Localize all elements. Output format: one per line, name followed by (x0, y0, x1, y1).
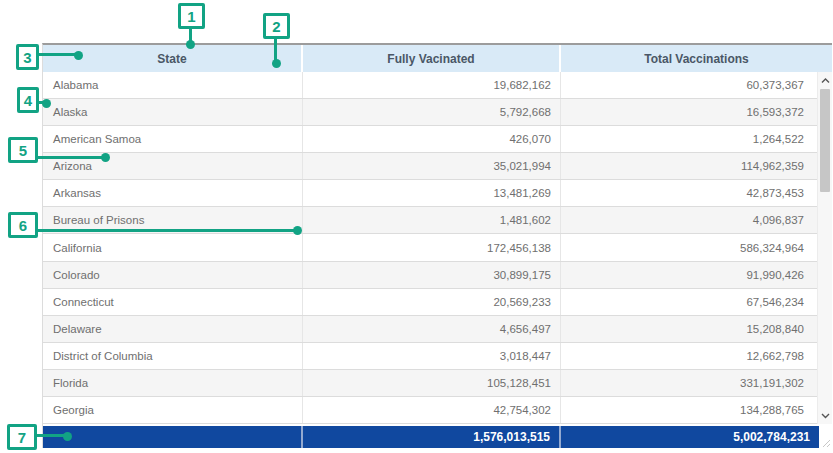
column-header-state[interactable]: State (43, 45, 303, 72)
table-header-row: State Fully Vacinated Total Vaccinations (43, 45, 832, 72)
cell-total-vaccinations: 1,264,522 (561, 126, 832, 152)
cell-total-vaccinations: 91,990,426 (561, 262, 832, 288)
callout-number-box: 2 (263, 13, 290, 39)
callout-connector-line (36, 229, 298, 232)
cell-fully-vaccinated: 5,792,668 (303, 99, 561, 125)
callout-number-box: 5 (8, 137, 38, 163)
table-row[interactable]: Arkansas 13,481,269 42,873,453 (43, 180, 832, 207)
table-row[interactable]: California 172,456,138 586,324,964 (43, 234, 832, 261)
callout-anchor-dot (272, 59, 281, 68)
cell-fully-vaccinated: 35,021,994 (303, 153, 561, 179)
cell-total-vaccinations: 67,546,234 (561, 289, 832, 315)
table-row[interactable]: Florida 105,128,451 331,191,302 (43, 370, 832, 397)
chevron-up-icon (821, 78, 830, 84)
totals-row: 1,576,013,515 5,002,784,231 (43, 426, 819, 448)
cell-state: Colorado (43, 262, 303, 288)
callout-connector-line (36, 156, 106, 159)
cell-total-vaccinations: 16,593,372 (561, 99, 832, 125)
callout-number-box: 3 (16, 44, 39, 70)
column-header-total-vaccinations[interactable]: Total Vaccinations (561, 45, 832, 72)
table-row[interactable]: District of Columbia 3,018,447 12,662,79… (43, 343, 832, 370)
resize-grip-icon (821, 438, 831, 448)
cell-total-vaccinations: 15,208,840 (561, 316, 832, 342)
table-row[interactable]: Alaska 5,792,668 16,593,372 (43, 99, 832, 126)
cell-state: District of Columbia (43, 343, 303, 369)
callout-anchor-dot (293, 226, 302, 235)
callout-number-box: 6 (8, 212, 38, 238)
table-row[interactable]: Alabama 19,682,162 60,373,367 (43, 72, 832, 99)
cell-state: American Samoa (43, 126, 303, 152)
scrollbar-thumb[interactable] (820, 89, 830, 192)
cell-total-vaccinations: 134,288,765 (561, 397, 832, 423)
cell-state: Alaska (43, 99, 303, 125)
cell-fully-vaccinated: 1,481,602 (303, 207, 561, 233)
page: { "colors": { "accent_teal": "#12a384", … (0, 0, 833, 453)
total-fully-vaccinated: 1,576,013,515 (303, 426, 561, 448)
callout-connector-line (38, 53, 78, 56)
cell-fully-vaccinated: 30,899,175 (303, 262, 561, 288)
cell-state: Florida (43, 370, 303, 396)
cell-total-vaccinations: 42,873,453 (561, 180, 832, 206)
cell-fully-vaccinated: 426,070 (303, 126, 561, 152)
cell-state: Delaware (43, 316, 303, 342)
callout-number-box: 4 (17, 87, 39, 113)
table-row[interactable]: Delaware 4,656,497 15,208,840 (43, 316, 832, 343)
column-header-fully-vaccinated[interactable]: Fully Vacinated (303, 45, 561, 72)
table-row[interactable]: Arizona 35,021,994 114,962,359 (43, 153, 832, 180)
cell-state: Connecticut (43, 289, 303, 315)
table-body: Alabama 19,682,162 60,373,367 Alaska 5,7… (43, 72, 832, 424)
callout-anchor-dot (42, 99, 51, 108)
total-total-vaccinations: 5,002,784,231 (561, 426, 819, 448)
callout-anchor-dot (101, 153, 110, 162)
cell-fully-vaccinated: 19,682,162 (303, 72, 561, 98)
callout-number-box: 7 (7, 424, 37, 450)
callout-anchor-dot (63, 432, 72, 441)
total-state-cell (43, 426, 303, 448)
chevron-down-icon (821, 413, 830, 419)
cell-state: Arkansas (43, 180, 303, 206)
cell-fully-vaccinated: 13,481,269 (303, 180, 561, 206)
scroll-down-button[interactable] (818, 408, 832, 423)
cell-state: Georgia (43, 397, 303, 423)
cell-fully-vaccinated: 42,754,302 (303, 397, 561, 423)
table-row[interactable]: Colorado 30,899,175 91,990,426 (43, 262, 832, 289)
cell-total-vaccinations: 60,373,367 (561, 72, 832, 98)
cell-fully-vaccinated: 4,656,497 (303, 316, 561, 342)
cell-total-vaccinations: 114,962,359 (561, 153, 832, 179)
cell-fully-vaccinated: 20,569,233 (303, 289, 561, 315)
cell-total-vaccinations: 4,096,837 (561, 207, 832, 233)
table-row[interactable]: Georgia 42,754,302 134,288,765 (43, 397, 832, 424)
scroll-up-button[interactable] (818, 73, 832, 88)
cell-fully-vaccinated: 105,128,451 (303, 370, 561, 396)
cell-total-vaccinations: 331,191,302 (561, 370, 832, 396)
cell-state: California (43, 234, 303, 260)
callout-number-box: 1 (178, 3, 205, 29)
vaccination-table: State Fully Vacinated Total Vaccinations… (42, 43, 832, 448)
cell-state: Alabama (43, 72, 303, 98)
cell-total-vaccinations: 12,662,798 (561, 343, 832, 369)
cell-fully-vaccinated: 172,456,138 (303, 234, 561, 260)
table-row[interactable]: American Samoa 426,070 1,264,522 (43, 126, 832, 153)
cell-total-vaccinations: 586,324,964 (561, 234, 832, 260)
callout-anchor-dot (186, 40, 195, 49)
vertical-scrollbar[interactable] (817, 72, 832, 424)
cell-fully-vaccinated: 3,018,447 (303, 343, 561, 369)
callout-anchor-dot (74, 51, 83, 60)
table-row[interactable]: Connecticut 20,569,233 67,546,234 (43, 289, 832, 316)
